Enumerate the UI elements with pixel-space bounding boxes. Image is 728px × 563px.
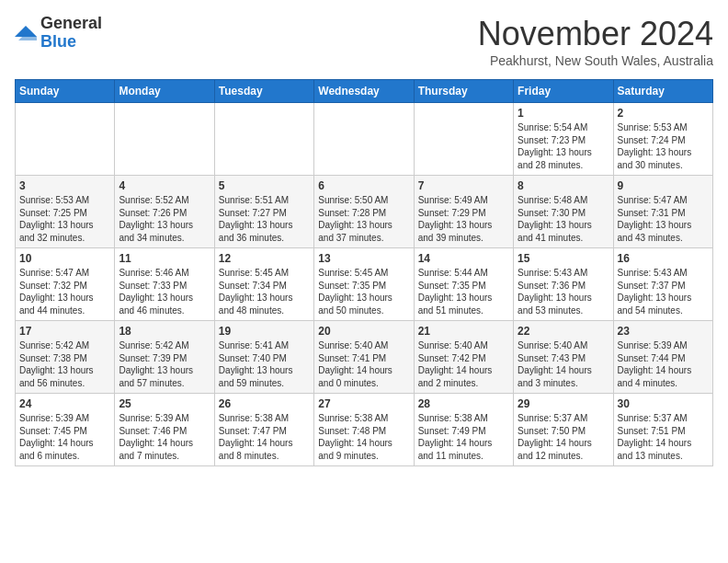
header-saturday: Saturday [613, 80, 712, 103]
day-number: 26 [219, 397, 310, 410]
header-wednesday: Wednesday [314, 80, 414, 103]
table-row: 29Sunrise: 5:37 AMSunset: 7:50 PMDayligh… [514, 394, 613, 466]
day-number: 1 [518, 107, 609, 120]
day-number: 3 [19, 179, 110, 192]
table-row: 4Sunrise: 5:52 AMSunset: 7:26 PMDaylight… [115, 176, 214, 248]
day-number: 24 [19, 397, 110, 410]
table-row: 8Sunrise: 5:48 AMSunset: 7:30 PMDaylight… [514, 176, 613, 248]
day-info: Sunrise: 5:40 AMSunset: 7:41 PMDaylight:… [318, 339, 409, 389]
table-row: 7Sunrise: 5:49 AMSunset: 7:29 PMDaylight… [414, 176, 513, 248]
day-info: Sunrise: 5:41 AMSunset: 7:40 PMDaylight:… [219, 339, 310, 389]
day-info: Sunrise: 5:46 AMSunset: 7:33 PMDaylight:… [119, 267, 210, 316]
header-sunday: Sunday [16, 80, 115, 103]
logo: General Blue [15, 15, 102, 52]
table-row: 13Sunrise: 5:45 AMSunset: 7:35 PMDayligh… [314, 248, 414, 321]
month-title: November 2024 [478, 15, 713, 53]
table-row [214, 103, 313, 176]
day-number: 6 [318, 179, 409, 192]
day-info: Sunrise: 5:45 AMSunset: 7:34 PMDaylight:… [219, 267, 310, 316]
logo-general: General [40, 15, 102, 33]
table-row: 25Sunrise: 5:39 AMSunset: 7:46 PMDayligh… [115, 394, 214, 466]
day-info: Sunrise: 5:40 AMSunset: 7:43 PMDaylight:… [518, 339, 609, 389]
day-number: 22 [518, 325, 609, 338]
day-info: Sunrise: 5:39 AMSunset: 7:45 PMDaylight:… [19, 412, 110, 462]
day-info: Sunrise: 5:37 AMSunset: 7:51 PMDaylight:… [618, 412, 709, 462]
location-subtitle: Peakhurst, New South Wales, Australia [478, 53, 713, 68]
day-number: 16 [618, 252, 709, 265]
day-number: 11 [119, 252, 210, 265]
table-row: 5Sunrise: 5:51 AMSunset: 7:27 PMDaylight… [214, 176, 313, 248]
day-info: Sunrise: 5:39 AMSunset: 7:44 PMDaylight:… [618, 339, 709, 389]
day-info: Sunrise: 5:52 AMSunset: 7:26 PMDaylight:… [119, 194, 210, 244]
table-row: 23Sunrise: 5:39 AMSunset: 7:44 PMDayligh… [613, 321, 712, 394]
table-row: 24Sunrise: 5:39 AMSunset: 7:45 PMDayligh… [16, 394, 115, 466]
header-monday: Monday [115, 80, 214, 103]
day-info: Sunrise: 5:53 AMSunset: 7:25 PMDaylight:… [19, 194, 110, 244]
day-info: Sunrise: 5:39 AMSunset: 7:46 PMDaylight:… [119, 412, 210, 462]
table-row: 3Sunrise: 5:53 AMSunset: 7:25 PMDaylight… [16, 176, 115, 248]
day-number: 2 [618, 107, 709, 120]
day-number: 21 [418, 325, 509, 338]
day-info: Sunrise: 5:48 AMSunset: 7:30 PMDaylight:… [518, 194, 609, 244]
day-info: Sunrise: 5:49 AMSunset: 7:29 PMDaylight:… [418, 194, 509, 244]
day-info: Sunrise: 5:45 AMSunset: 7:35 PMDaylight:… [318, 267, 409, 316]
calendar-week-row: 17Sunrise: 5:42 AMSunset: 7:38 PMDayligh… [16, 321, 713, 394]
table-row: 28Sunrise: 5:38 AMSunset: 7:49 PMDayligh… [414, 394, 513, 466]
table-row: 20Sunrise: 5:40 AMSunset: 7:41 PMDayligh… [314, 321, 414, 394]
table-row: 17Sunrise: 5:42 AMSunset: 7:38 PMDayligh… [16, 321, 115, 394]
table-row: 14Sunrise: 5:44 AMSunset: 7:35 PMDayligh… [414, 248, 513, 321]
day-number: 19 [219, 325, 310, 338]
day-info: Sunrise: 5:42 AMSunset: 7:39 PMDaylight:… [119, 339, 210, 389]
calendar-week-row: 10Sunrise: 5:47 AMSunset: 7:32 PMDayligh… [16, 248, 713, 321]
day-number: 10 [19, 252, 110, 265]
table-row: 30Sunrise: 5:37 AMSunset: 7:51 PMDayligh… [613, 394, 712, 466]
day-info: Sunrise: 5:38 AMSunset: 7:48 PMDaylight:… [318, 412, 409, 462]
day-info: Sunrise: 5:37 AMSunset: 7:50 PMDaylight:… [518, 412, 609, 462]
table-row: 6Sunrise: 5:50 AMSunset: 7:28 PMDaylight… [314, 176, 414, 248]
table-row: 21Sunrise: 5:40 AMSunset: 7:42 PMDayligh… [414, 321, 513, 394]
calendar-header-row: Sunday Monday Tuesday Wednesday Thursday… [16, 80, 713, 103]
table-row: 9Sunrise: 5:47 AMSunset: 7:31 PMDaylight… [613, 176, 712, 248]
table-row: 18Sunrise: 5:42 AMSunset: 7:39 PMDayligh… [115, 321, 214, 394]
logo-blue: Blue [40, 33, 102, 52]
calendar-table: Sunday Monday Tuesday Wednesday Thursday… [15, 79, 713, 466]
day-info: Sunrise: 5:43 AMSunset: 7:37 PMDaylight:… [618, 267, 709, 316]
day-info: Sunrise: 5:38 AMSunset: 7:47 PMDaylight:… [219, 412, 310, 462]
day-number: 25 [119, 397, 210, 410]
logo-icon [15, 22, 37, 44]
day-number: 30 [618, 397, 709, 410]
calendar-week-row: 1Sunrise: 5:54 AMSunset: 7:23 PMDaylight… [16, 103, 713, 176]
day-number: 27 [318, 397, 409, 410]
day-number: 9 [618, 179, 709, 192]
table-row: 16Sunrise: 5:43 AMSunset: 7:37 PMDayligh… [613, 248, 712, 321]
day-number: 23 [618, 325, 709, 338]
header-thursday: Thursday [414, 80, 513, 103]
logo-text: General Blue [40, 15, 102, 52]
table-row: 15Sunrise: 5:43 AMSunset: 7:36 PMDayligh… [514, 248, 613, 321]
page-header: General Blue November 2024 Peakhurst, Ne… [15, 15, 713, 68]
table-row [414, 103, 513, 176]
day-info: Sunrise: 5:50 AMSunset: 7:28 PMDaylight:… [318, 194, 409, 244]
table-row [16, 103, 115, 176]
day-info: Sunrise: 5:40 AMSunset: 7:42 PMDaylight:… [418, 339, 509, 389]
day-number: 17 [19, 325, 110, 338]
table-row: 12Sunrise: 5:45 AMSunset: 7:34 PMDayligh… [214, 248, 313, 321]
day-info: Sunrise: 5:51 AMSunset: 7:27 PMDaylight:… [219, 194, 310, 244]
table-row [314, 103, 414, 176]
table-row: 19Sunrise: 5:41 AMSunset: 7:40 PMDayligh… [214, 321, 313, 394]
day-number: 13 [318, 252, 409, 265]
day-info: Sunrise: 5:53 AMSunset: 7:24 PMDaylight:… [618, 121, 709, 171]
table-row: 26Sunrise: 5:38 AMSunset: 7:47 PMDayligh… [214, 394, 313, 466]
table-row: 11Sunrise: 5:46 AMSunset: 7:33 PMDayligh… [115, 248, 214, 321]
day-number: 15 [518, 252, 609, 265]
day-number: 20 [318, 325, 409, 338]
calendar-week-row: 3Sunrise: 5:53 AMSunset: 7:25 PMDaylight… [16, 176, 713, 248]
day-info: Sunrise: 5:44 AMSunset: 7:35 PMDaylight:… [418, 267, 509, 316]
day-number: 4 [119, 179, 210, 192]
day-number: 29 [518, 397, 609, 410]
header-friday: Friday [514, 80, 613, 103]
table-row: 27Sunrise: 5:38 AMSunset: 7:48 PMDayligh… [314, 394, 414, 466]
day-info: Sunrise: 5:54 AMSunset: 7:23 PMDaylight:… [518, 121, 609, 171]
table-row: 1Sunrise: 5:54 AMSunset: 7:23 PMDaylight… [514, 103, 613, 176]
table-row [115, 103, 214, 176]
